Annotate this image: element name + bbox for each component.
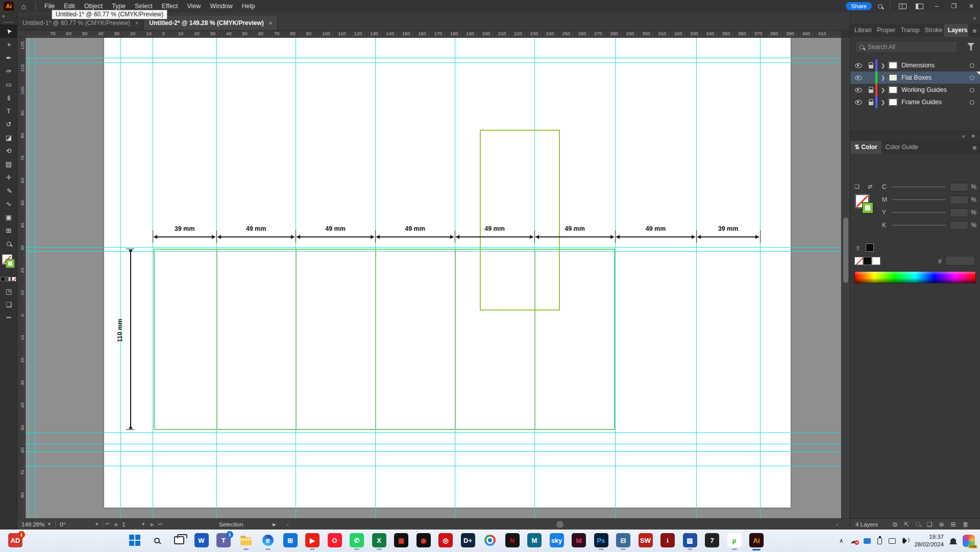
gradient-tool[interactable]: ▤	[0, 157, 17, 171]
taskbar-icon-lego-education[interactable]: ◎	[438, 533, 453, 547]
new-sublayer-icon[interactable]: ⊕	[939, 521, 944, 528]
flat-box-divider[interactable]	[455, 249, 456, 430]
menu-view[interactable]: View	[183, 0, 206, 12]
stroke-swatch[interactable]	[6, 259, 14, 268]
taskbar-icon-teams[interactable]: T1	[216, 533, 231, 547]
taskbar-icon-anydesk[interactable]: AD1	[8, 533, 22, 547]
taskbar-icon-security-app[interactable]: i	[660, 533, 675, 547]
onedrive-error-icon[interactable]: ☁✕	[850, 537, 857, 545]
new-layer-icon[interactable]: ⊞	[951, 521, 956, 528]
taskbar-clock[interactable]: 19:37 28/02/2024	[914, 533, 944, 548]
lock-cell[interactable]	[866, 63, 875, 68]
share-button[interactable]: Share	[846, 2, 872, 10]
layer-target-icon[interactable]	[970, 76, 974, 80]
paintbrush-tool[interactable]: ✏	[0, 91, 17, 104]
taskbar-icon-maya[interactable]: M	[527, 533, 542, 547]
filter-icon[interactable]	[967, 43, 974, 47]
close-icon[interactable]: ✕	[971, 133, 975, 139]
more-tools-icon[interactable]: •••	[0, 311, 17, 324]
horizontal-guide[interactable]	[26, 58, 841, 58]
panel-tab-transp[interactable]: Transp	[896, 24, 920, 37]
channel-value-input[interactable]	[950, 196, 968, 204]
taskbar-icon-disney-plus[interactable]: D+	[461, 533, 475, 547]
delete-layer-icon[interactable]: 🗑	[963, 521, 969, 528]
vertical-guide[interactable]	[153, 38, 153, 518]
channel-slider[interactable]	[892, 186, 946, 187]
taskbar-icon-indesign[interactable]: Id	[572, 533, 586, 547]
visibility-eye-icon[interactable]	[855, 63, 862, 68]
layer-row-dimensions[interactable]: ❯Dimensions	[850, 59, 980, 71]
shape-builder-tool[interactable]: ▣	[0, 210, 17, 224]
cast-icon[interactable]	[889, 538, 896, 544]
clipping-mask-icon[interactable]: ⧉	[893, 521, 897, 528]
screen-mode-icon[interactable]: ❏	[0, 298, 17, 311]
width-tool[interactable]: ∿	[0, 197, 17, 210]
horizontal-guide[interactable]	[26, 62, 841, 63]
tab-close-icon[interactable]: ×	[269, 20, 272, 26]
taskbar-icon-chrome[interactable]	[483, 533, 497, 547]
lock-icon[interactable]	[869, 89, 873, 93]
menu-help[interactable]: Help	[237, 0, 260, 12]
taskbar-icon-illustrator[interactable]: Ai	[749, 533, 764, 547]
layer-target-icon[interactable]	[970, 88, 974, 92]
fill-stroke-widget[interactable]: ❏ ⇄	[854, 183, 879, 245]
rotation-control[interactable]: 0° ▼	[56, 519, 103, 530]
free-transform-tool[interactable]: ✛	[0, 171, 17, 184]
panel-collapse-icon[interactable]: «	[962, 133, 965, 139]
hex-input[interactable]	[945, 256, 975, 266]
expand-chevron-icon[interactable]: ❯	[879, 100, 887, 105]
display-icon[interactable]	[864, 538, 871, 544]
last-artboard-icon[interactable]: ⏭	[156, 521, 164, 527]
home-icon[interactable]: ⌂	[21, 2, 26, 11]
minimize-button[interactable]: –	[928, 0, 945, 12]
channel-value-input[interactable]	[950, 183, 968, 191]
vertical-guide[interactable]	[760, 38, 761, 518]
close-button[interactable]: ✕	[963, 0, 980, 12]
taskbar-icon-netflix[interactable]: N	[505, 533, 520, 547]
toolbar-collapse-icon[interactable]: »	[0, 12, 17, 20]
taskbar-icon-utorrent[interactable]: µ	[727, 533, 742, 547]
ruler-origin-corner[interactable]	[17, 31, 26, 38]
channel-value-input[interactable]	[950, 221, 968, 230]
last-color-swatch[interactable]	[866, 244, 874, 252]
swap-colors-icon[interactable]: ⇄	[868, 183, 872, 190]
speaker-icon[interactable]	[902, 539, 905, 543]
taskbar-icon-excel[interactable]: X	[372, 533, 386, 547]
gradient-button[interactable]	[6, 277, 11, 281]
vertical-ruler[interactable]: 1201101009080706050403020100102030405060…	[17, 38, 26, 518]
next-artboard-icon[interactable]: ▶	[149, 522, 156, 527]
shift-color-icon[interactable]: ⇧	[855, 245, 861, 252]
none-button[interactable]	[12, 277, 16, 281]
visibility-eye-icon[interactable]	[855, 88, 862, 92]
taskbar-icon-solidworks[interactable]: SW	[639, 533, 653, 547]
artboard-tool[interactable]: ⊞	[0, 224, 17, 237]
taskbar-icon-start[interactable]	[128, 533, 142, 547]
layer-search-input[interactable]: Search All	[855, 41, 958, 53]
taskbar-icon-word[interactable]: W	[194, 533, 209, 547]
lasso-select-tool[interactable]: ⟲	[0, 144, 17, 157]
copilot-icon[interactable]: PRE	[963, 535, 975, 547]
panel-menu-icon[interactable]: ≡	[968, 142, 980, 154]
eraser-tool[interactable]: ◪	[0, 131, 17, 144]
lock-cell[interactable]	[866, 87, 875, 93]
loose-panel-box[interactable]	[480, 130, 560, 310]
flat-box-divider[interactable]	[216, 249, 217, 430]
status-flyout-icon[interactable]: ▶	[273, 522, 276, 527]
app-logo-icon[interactable]: Ai	[3, 1, 14, 11]
channel-slider[interactable]	[891, 225, 946, 226]
draw-mode-icon[interactable]: ◳	[0, 284, 17, 298]
layer-target-icon[interactable]	[970, 63, 974, 68]
vertical-scrollbar[interactable]	[841, 38, 850, 518]
search-icon[interactable]	[878, 4, 883, 9]
expand-chevron-icon[interactable]: ❯	[879, 75, 887, 81]
first-artboard-icon[interactable]: ⏮	[103, 521, 111, 527]
none-swatch[interactable]	[854, 257, 863, 265]
zoom-tool[interactable]	[0, 237, 17, 250]
fill-stroke-mini-icon[interactable]: ❏	[854, 183, 860, 190]
horizontal-guide[interactable]	[26, 247, 841, 248]
taskbar-icon-whatsapp[interactable]: ✆	[350, 533, 364, 547]
taskbar-icon-edge[interactable]: e	[261, 533, 275, 547]
taskbar-icon-7zip[interactable]: 7	[705, 533, 719, 547]
color-mode-buttons[interactable]	[0, 277, 17, 281]
taskbar-icon-mindstorms-b[interactable]: ◉	[416, 533, 431, 547]
